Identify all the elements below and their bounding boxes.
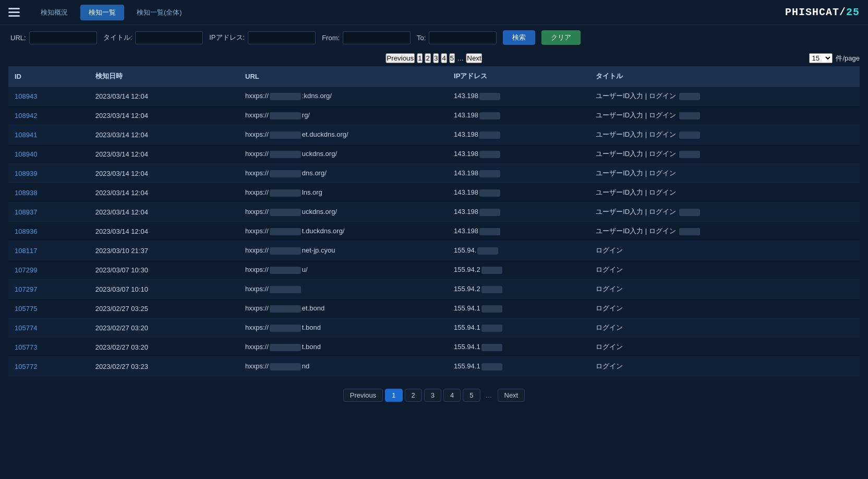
from-field: From: [322, 31, 411, 44]
cell-datetime: 2023/03/14 12:04 [89, 222, 239, 241]
cell-ip: 155.94.1 [448, 318, 589, 338]
url-suffix: et.bond [302, 304, 324, 312]
cell-id: 108939 [8, 164, 89, 183]
prev-button-top[interactable]: Previous [385, 53, 415, 63]
cell-id: 105772 [8, 357, 89, 376]
row-id-link[interactable]: 108938 [15, 189, 37, 197]
url-suffix: lns.org [302, 188, 322, 196]
url-suffix: :kdns.org/ [302, 92, 332, 100]
col-id: ID [8, 66, 89, 87]
cell-ip: 155.94. [448, 241, 589, 260]
table-row: 1089422023/03/14 12:04hxxps://rg/143.198… [8, 106, 860, 125]
per-page-select[interactable]: 15 30 50 100 [809, 53, 833, 63]
cell-url: hxxps://et.bond [239, 299, 448, 318]
nav-tab-overview[interactable]: 検知概況 [32, 5, 76, 20]
cell-url: hxxps://net-jp.cyou [239, 241, 448, 260]
cell-url: hxxps://rg/ [239, 106, 448, 125]
to-field: To: [417, 31, 497, 44]
row-id-link[interactable]: 105773 [15, 343, 37, 351]
cell-ip: 143.198 [448, 183, 589, 202]
page-btn-2-bottom[interactable]: 2 [405, 389, 422, 402]
cell-url: hxxps://et.duckdns.org/ [239, 125, 448, 145]
clear-button[interactable]: クリア [541, 30, 581, 45]
page-dots-top: … [457, 54, 464, 62]
row-id-link[interactable]: 105772 [15, 363, 37, 370]
row-id-link[interactable]: 107297 [15, 285, 37, 293]
row-id-link[interactable]: 108937 [15, 208, 37, 216]
url-text: hxxps:// [245, 343, 269, 351]
row-id-link[interactable]: 108117 [15, 247, 37, 255]
search-button[interactable]: 検索 [503, 30, 535, 45]
table-row: 1057732023/02/27 03:20hxxps://t.bond155.… [8, 338, 860, 357]
cell-title: ユーザーID入力 | ログイン [589, 222, 860, 241]
url-suffix: rg/ [302, 111, 310, 119]
col-ip: IPアドレス [448, 66, 589, 87]
url-label: URL: [10, 34, 26, 42]
row-id-link[interactable]: 108941 [15, 131, 37, 139]
app-logo: PHISHCAT/25 [785, 6, 860, 18]
url-text: hxxps:// [245, 362, 269, 370]
title-input[interactable] [135, 31, 203, 44]
url-text: hxxps:// [245, 227, 269, 235]
table-row: 1089412023/03/14 12:04hxxps://et.duckdns… [8, 125, 860, 145]
page-btn-2-top[interactable]: 2 [425, 53, 431, 63]
table-row: 1089392023/03/14 12:04hxxps://dns.org/14… [8, 164, 860, 183]
page-btn-4-top[interactable]: 4 [441, 53, 447, 63]
cell-id: 108938 [8, 183, 89, 202]
cell-datetime: 2023/03/14 12:04 [89, 125, 239, 145]
url-suffix: t.duckdns.org/ [302, 227, 345, 235]
ip-field: IPアドレス: [209, 31, 316, 44]
page-btn-5-top[interactable]: 5 [449, 53, 455, 63]
cell-title: ログイン [589, 318, 860, 338]
row-id-link[interactable]: 107299 [15, 266, 37, 274]
cell-url: hxxps://lns.org [239, 183, 448, 202]
row-id-link[interactable]: 105775 [15, 305, 37, 313]
cell-ip: 155.94.2 [448, 280, 589, 299]
prev-button-bottom[interactable]: Previous [343, 389, 383, 402]
cell-title: ユーザーID入力 | ログイン [589, 183, 860, 202]
page-btn-4-bottom[interactable]: 4 [443, 389, 461, 402]
cell-title: ユーザーID入力 | ログイン [589, 125, 860, 145]
row-id-link[interactable]: 108936 [15, 227, 37, 235]
next-button-top[interactable]: Next [466, 53, 482, 63]
from-input[interactable] [343, 31, 411, 44]
nav-tab-list-all[interactable]: 検知一覧(全体) [128, 5, 190, 20]
col-title: タイトル [589, 66, 860, 87]
cell-datetime: 2023/03/14 12:04 [89, 202, 239, 222]
cell-title: ユーザーID入力 | ログイン [589, 106, 860, 125]
row-id-link[interactable]: 108940 [15, 150, 37, 158]
row-id-link[interactable]: 108943 [15, 92, 37, 100]
url-input[interactable] [29, 31, 97, 44]
ip-input[interactable] [248, 31, 316, 44]
table-row: 1089432023/03/14 12:04hxxps://:kdns.org/… [8, 87, 860, 106]
to-input[interactable] [429, 31, 497, 44]
page-btn-3-top[interactable]: 3 [433, 53, 439, 63]
page-dots-bottom: … [483, 389, 496, 401]
url-text: hxxps:// [245, 208, 269, 215]
cell-ip: 143.198 [448, 125, 589, 145]
hamburger-menu[interactable] [8, 8, 20, 17]
url-suffix: uckdns.org/ [302, 208, 337, 215]
page-btn-1-top[interactable]: 1 [417, 53, 423, 63]
next-button-bottom[interactable]: Next [498, 389, 525, 402]
table-row: 1057722023/02/27 03:23hxxps://nd155.94.1… [8, 357, 860, 376]
url-suffix: nd [302, 362, 309, 370]
cell-datetime: 2023/03/10 21:37 [89, 241, 239, 260]
page-btn-1-bottom[interactable]: 1 [385, 389, 402, 402]
cell-datetime: 2023/02/27 03:23 [89, 357, 239, 376]
cell-ip: 143.198 [448, 164, 589, 183]
url-text: hxxps:// [245, 188, 269, 196]
nav-tab-list[interactable]: 検知一覧 [80, 5, 124, 20]
row-id-link[interactable]: 108942 [15, 112, 37, 119]
cell-ip: 143.198 [448, 202, 589, 222]
url-text: hxxps:// [245, 285, 269, 293]
page-btn-3-bottom[interactable]: 3 [424, 389, 441, 402]
page-btn-5-bottom[interactable]: 5 [463, 389, 480, 402]
cell-ip: 155.94.1 [448, 357, 589, 376]
row-id-link[interactable]: 108939 [15, 170, 37, 177]
cell-url: hxxps://t.bond [239, 338, 448, 357]
row-id-link[interactable]: 105774 [15, 324, 37, 332]
table-row: 1072992023/03/07 10:30hxxps://u/155.94.2… [8, 260, 860, 280]
url-suffix: t.bond [302, 324, 321, 331]
title-label: タイトル: [103, 33, 132, 42]
